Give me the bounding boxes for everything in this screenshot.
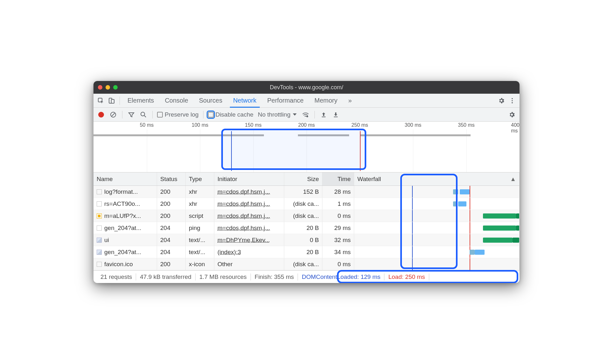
cell-time: 29 ms bbox=[322, 222, 354, 234]
throttling-select[interactable]: No throttling bbox=[257, 111, 298, 118]
cell-type: ping bbox=[186, 222, 214, 234]
cell-size: (disk ca... bbox=[284, 258, 322, 270]
cell-status: 200 bbox=[157, 210, 186, 222]
clear-icon[interactable] bbox=[109, 110, 118, 119]
cell-waterfall bbox=[354, 210, 520, 222]
tab-elements[interactable]: Elements bbox=[124, 94, 157, 108]
col-name[interactable]: Name bbox=[93, 172, 157, 185]
col-time[interactable]: Time bbox=[322, 172, 354, 185]
cell-type: xhr bbox=[186, 198, 214, 210]
close-icon[interactable] bbox=[98, 85, 102, 90]
gear-icon[interactable] bbox=[497, 96, 506, 105]
tab-more[interactable]: » bbox=[345, 94, 355, 108]
col-waterfall[interactable]: Waterfall ▲ bbox=[354, 172, 520, 185]
disable-cache-label: Disable cache bbox=[216, 111, 253, 118]
cell-initiator[interactable]: m=cdos,dpf,hsm,j... bbox=[214, 198, 284, 210]
svg-rect-2 bbox=[111, 99, 114, 103]
table-row[interactable]: gen_204?at... 204 text/... (index):3 20 … bbox=[93, 246, 520, 258]
col-status[interactable]: Status bbox=[157, 172, 186, 185]
cell-initiator[interactable]: m=cdos,dpf,hsm,j... bbox=[214, 222, 284, 234]
tab-performance[interactable]: Performance bbox=[264, 94, 307, 108]
cell-initiator[interactable]: m=DhPYme,Ekev... bbox=[214, 234, 284, 246]
requests-table: Name Status Type Initiator Size Time Wat… bbox=[93, 172, 520, 270]
tab-sources[interactable]: Sources bbox=[196, 94, 225, 108]
cell-waterfall bbox=[354, 222, 520, 234]
table-row[interactable]: ui 204 text/... m=DhPYme,Ekev... 0 B 32 … bbox=[93, 234, 520, 246]
tab-bar: Elements Console Sources Network Perform… bbox=[93, 94, 520, 108]
divider bbox=[120, 97, 120, 105]
download-har-icon[interactable] bbox=[331, 110, 340, 119]
cell-type: text/... bbox=[186, 246, 214, 258]
table-row[interactable]: gen_204?at... 204 ping m=cdos,dpf,hsm,j.… bbox=[93, 222, 520, 234]
cell-status: 200 bbox=[157, 186, 186, 198]
cell-waterfall bbox=[354, 246, 520, 258]
filter-icon[interactable] bbox=[127, 110, 136, 119]
status-finish: Finish: 355 ms bbox=[251, 273, 298, 280]
overview-pane[interactable]: 50 ms 100 ms 150 ms 200 ms 250 ms 300 ms… bbox=[93, 122, 520, 172]
upload-har-icon[interactable] bbox=[319, 110, 328, 119]
network-settings-icon[interactable] bbox=[507, 110, 516, 119]
throttling-label: No throttling bbox=[258, 111, 290, 118]
file-icon bbox=[97, 226, 102, 231]
status-resources: 1.7 MB resources bbox=[196, 273, 251, 280]
file-icon bbox=[97, 189, 102, 194]
cell-initiator[interactable]: m=cdos,dpf,hsm,j... bbox=[214, 210, 284, 222]
preserve-log-checkbox[interactable]: Preserve log bbox=[157, 111, 199, 118]
cell-waterfall bbox=[354, 258, 520, 270]
time-ruler: 50 ms 100 ms 150 ms 200 ms 250 ms 300 ms… bbox=[93, 122, 520, 129]
load-line bbox=[360, 131, 361, 171]
file-icon bbox=[97, 238, 102, 243]
tick: 300 ms bbox=[405, 122, 421, 128]
file-icon bbox=[97, 213, 102, 219]
cell-name: gen_204?at... bbox=[93, 246, 157, 258]
cell-initiator[interactable]: (index):3 bbox=[214, 246, 284, 258]
search-icon[interactable] bbox=[139, 110, 148, 119]
cell-status: 200 bbox=[157, 198, 186, 210]
cell-status: 204 bbox=[157, 234, 186, 246]
cell-time: 1 ms bbox=[322, 198, 354, 210]
network-toolbar: Preserve log Disable cache No throttling bbox=[93, 108, 520, 122]
device-toggle-icon[interactable] bbox=[107, 96, 116, 105]
record-button[interactable] bbox=[97, 110, 106, 119]
titlebar: DevTools - www.google.com/ bbox=[93, 81, 520, 94]
cell-waterfall bbox=[354, 186, 520, 198]
cell-status: 204 bbox=[157, 222, 186, 234]
cell-name: favicon.ico bbox=[93, 258, 157, 270]
status-load: Load: 250 ms bbox=[384, 273, 429, 280]
file-icon bbox=[97, 201, 102, 206]
table-row[interactable]: log?format... 200 xhr m=cdos,dpf,hsm,j..… bbox=[93, 186, 520, 198]
tick: 400 ms bbox=[511, 122, 520, 134]
table-row[interactable]: favicon.ico 200 x-icon Other (disk ca...… bbox=[93, 258, 520, 270]
kebab-icon[interactable] bbox=[507, 96, 517, 105]
table-header: Name Status Type Initiator Size Time Wat… bbox=[93, 172, 520, 186]
sort-arrow-icon: ▲ bbox=[510, 176, 516, 183]
svg-line-9 bbox=[144, 116, 146, 117]
disable-cache-checkbox[interactable]: Disable cache bbox=[208, 111, 253, 118]
tab-memory[interactable]: Memory bbox=[311, 94, 341, 108]
cell-initiator[interactable]: m=cdos,dpf,hsm,j... bbox=[214, 186, 284, 198]
table-row[interactable]: m=aLUfP?x... 200 script m=cdos,dpf,hsm,j… bbox=[93, 210, 520, 222]
col-type[interactable]: Type bbox=[186, 172, 214, 185]
table-row[interactable]: rs=ACT90o... 200 xhr m=cdos,dpf,hsm,j...… bbox=[93, 198, 520, 210]
cell-type: x-icon bbox=[186, 258, 214, 270]
devtools-window: DevTools - www.google.com/ Elements Cons… bbox=[93, 81, 520, 283]
tab-console[interactable]: Console bbox=[162, 94, 191, 108]
tab-network[interactable]: Network bbox=[230, 94, 259, 108]
col-size[interactable]: Size bbox=[284, 172, 322, 185]
cell-size: 0 B bbox=[284, 234, 322, 246]
network-conditions-icon[interactable] bbox=[301, 110, 310, 119]
minimize-icon[interactable] bbox=[106, 85, 110, 90]
maximize-icon[interactable] bbox=[113, 85, 118, 90]
col-initiator[interactable]: Initiator bbox=[214, 172, 284, 185]
cell-name: ui bbox=[93, 234, 157, 246]
svg-point-4 bbox=[512, 100, 513, 101]
inspect-icon[interactable] bbox=[96, 96, 106, 105]
svg-point-8 bbox=[141, 112, 145, 116]
file-icon bbox=[97, 250, 102, 255]
cell-size: 20 B bbox=[284, 222, 322, 234]
cell-initiator[interactable]: Other bbox=[214, 258, 284, 270]
cell-name: m=aLUfP?x... bbox=[93, 210, 157, 222]
file-icon bbox=[97, 262, 102, 267]
cell-time: 0 ms bbox=[322, 258, 354, 270]
cell-time: 34 ms bbox=[322, 246, 354, 258]
